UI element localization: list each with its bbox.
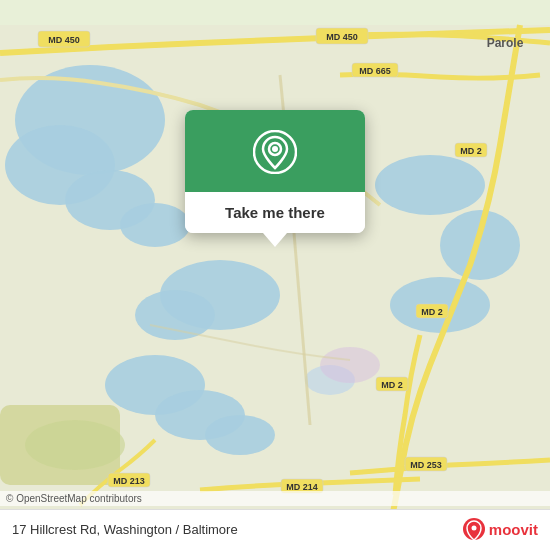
map-container: MD 450 MD 450 MD 665 MD 2 MD 2 MD 2 MD 2… xyxy=(0,0,550,550)
moovit-logo: moovit xyxy=(463,518,538,540)
location-popup: Take me there xyxy=(185,110,365,233)
svg-point-16 xyxy=(25,420,125,470)
svg-point-41 xyxy=(471,526,476,531)
svg-text:MD 213: MD 213 xyxy=(113,476,145,486)
copyright-bar: © OpenStreetMap contributors xyxy=(0,491,550,506)
bottom-bar: 17 Hillcrest Rd, Washington / Baltimore … xyxy=(0,509,550,550)
svg-text:MD 2: MD 2 xyxy=(421,307,443,317)
svg-text:MD 665: MD 665 xyxy=(359,66,391,76)
svg-text:MD 450: MD 450 xyxy=(326,32,358,42)
svg-point-6 xyxy=(135,290,215,340)
svg-point-7 xyxy=(375,155,485,215)
moovit-text: moovit xyxy=(489,521,538,538)
take-me-there-button[interactable]: Take me there xyxy=(185,192,365,233)
svg-text:MD 2: MD 2 xyxy=(460,146,482,156)
popup-header xyxy=(185,110,365,192)
svg-point-4 xyxy=(120,203,190,247)
moovit-icon xyxy=(463,518,485,540)
svg-text:MD 253: MD 253 xyxy=(410,460,442,470)
svg-point-12 xyxy=(205,415,275,455)
svg-text:MD 450: MD 450 xyxy=(48,35,80,45)
address-text: 17 Hillcrest Rd, Washington / Baltimore xyxy=(12,522,238,537)
copyright-text: © OpenStreetMap contributors xyxy=(6,493,142,504)
location-pin-icon xyxy=(253,130,297,174)
svg-point-14 xyxy=(320,347,380,383)
svg-text:MD 2: MD 2 xyxy=(381,380,403,390)
svg-point-38 xyxy=(272,146,278,152)
svg-point-8 xyxy=(440,210,520,280)
svg-text:Parole: Parole xyxy=(487,36,524,50)
